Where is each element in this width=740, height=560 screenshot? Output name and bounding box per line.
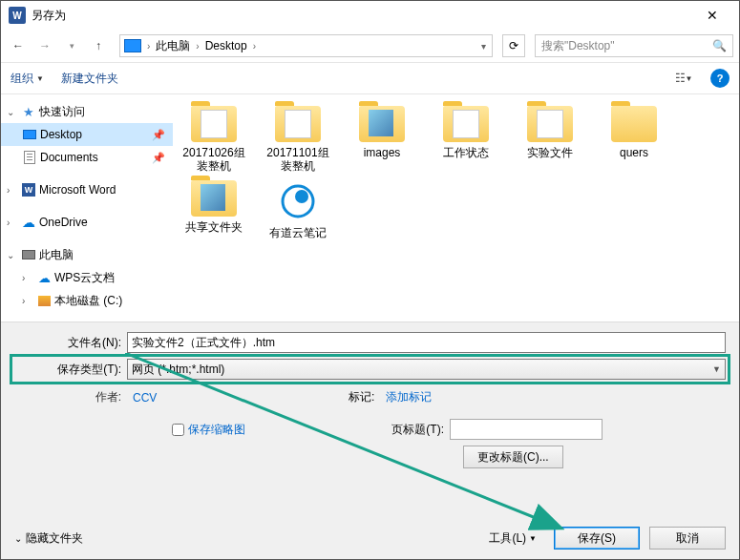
sidebar-item-local-disk[interactable]: › 本地磁盘 (C:) — [1, 289, 173, 312]
breadcrumb-root[interactable]: 此电脑 — [152, 38, 194, 54]
chevron-down-icon: ⌄ — [14, 533, 22, 544]
folder-icon — [275, 106, 321, 142]
tags-label: 标记: — [349, 389, 380, 405]
pc-icon — [124, 39, 141, 52]
file-label: 20171026组装整机 — [179, 146, 249, 173]
refresh-button[interactable]: ⟳ — [502, 34, 525, 57]
folder-icon — [359, 106, 405, 142]
dialog-title: 另存为 — [32, 8, 693, 24]
search-placeholder: 搜索"Desktop" — [541, 38, 615, 54]
filetype-value: 网页 (*.htm;*.html) — [132, 362, 224, 378]
folder-icon — [191, 180, 237, 217]
author-value[interactable]: CCV — [133, 391, 157, 404]
desktop-icon — [23, 130, 36, 139]
organize-menu[interactable]: 组织 ▼ — [11, 71, 44, 87]
app-icon — [277, 180, 319, 222]
file-label: 有道云笔记 — [269, 226, 327, 239]
breadcrumb-folder[interactable]: Desktop — [201, 39, 251, 52]
help-icon[interactable]: ? — [710, 69, 729, 88]
disk-icon — [38, 296, 51, 306]
page-title-input[interactable] — [450, 419, 603, 440]
pin-icon: 📌 — [152, 129, 165, 141]
save-button[interactable]: 保存(S) — [554, 527, 640, 550]
page-title-label: 页标题(T): — [387, 422, 444, 438]
cloud-icon: ☁ — [36, 271, 52, 284]
new-folder-button[interactable]: 新建文件夹 — [61, 71, 118, 87]
chevron-down-icon[interactable]: ▾ — [479, 41, 488, 52]
sidebar-item-quick-access[interactable]: ⌄ ★ 快速访问 — [1, 100, 173, 123]
close-icon[interactable]: ✕ — [693, 8, 731, 23]
sidebar-item-word[interactable]: › W Microsoft Word — [1, 178, 173, 201]
file-item[interactable]: 共享文件夹 — [179, 180, 249, 239]
save-thumbnail-checkbox[interactable] — [172, 424, 184, 436]
folder-icon — [611, 106, 657, 142]
pc-icon — [22, 250, 35, 259]
filename-label: 文件名(N): — [14, 335, 127, 351]
folder-icon — [191, 106, 237, 142]
folder-icon — [443, 106, 489, 142]
file-label: 共享文件夹 — [185, 220, 243, 234]
chevron-down-icon: ▼ — [529, 534, 537, 543]
cloud-icon: ☁ — [21, 216, 36, 229]
chevron-right-icon[interactable]: › — [7, 185, 18, 196]
svg-point-1 — [295, 190, 308, 203]
chevron-right-icon[interactable]: › — [7, 218, 18, 228]
back-button[interactable]: ← — [7, 34, 30, 57]
chevron-down-icon[interactable]: ⌄ — [7, 107, 18, 117]
forward-button: → — [33, 34, 56, 57]
file-label: 工作状态 — [443, 146, 489, 159]
chevron-right-icon[interactable]: › — [194, 41, 201, 52]
file-item[interactable]: 实验文件 — [515, 106, 585, 173]
word-icon: W — [22, 183, 35, 197]
folder-icon — [527, 106, 573, 142]
sidebar-item-this-pc[interactable]: ⌄ 此电脑 — [1, 243, 173, 266]
search-input[interactable]: 搜索"Desktop" 🔍 — [535, 34, 733, 57]
up-button[interactable]: ↑ — [87, 34, 110, 57]
chevron-down-icon: ▼ — [36, 74, 44, 83]
file-item[interactable]: 有道云笔记 — [263, 180, 333, 239]
filetype-combo[interactable]: 网页 (*.htm;*.html) ▼ — [127, 359, 726, 380]
sidebar-item-onedrive[interactable]: › ☁ OneDrive — [1, 211, 173, 234]
file-label: 20171101组装整机 — [263, 146, 333, 173]
sidebar-item-desktop[interactable]: Desktop 📌 — [1, 123, 173, 146]
chevron-right-icon[interactable]: › — [251, 41, 258, 52]
tags-value[interactable]: 添加标记 — [386, 389, 432, 405]
file-label: images — [364, 146, 401, 159]
word-app-icon: W — [9, 7, 26, 24]
sidebar-item-documents[interactable]: Documents 📌 — [1, 146, 173, 169]
save-thumbnail-label[interactable]: 保存缩略图 — [188, 422, 245, 438]
search-icon[interactable]: 🔍 — [712, 39, 727, 52]
file-item[interactable]: quers — [599, 106, 669, 173]
address-bar[interactable]: › 此电脑 › Desktop › ▾ — [119, 34, 493, 57]
change-title-button[interactable]: 更改标题(C)... — [463, 446, 563, 468]
document-icon — [24, 151, 35, 164]
file-grid: 20171026组装整机20171101组装整机images工作状态实验文件qu… — [173, 94, 739, 321]
pin-icon: 📌 — [152, 152, 165, 164]
chevron-right-icon[interactable]: › — [22, 296, 33, 306]
chevron-right-icon[interactable]: › — [145, 41, 152, 52]
filetype-label: 保存类型(T): — [14, 362, 127, 378]
chevron-down-icon: ▼ — [712, 364, 721, 374]
tools-menu[interactable]: 工具(L) ▼ — [489, 530, 537, 547]
chevron-right-icon[interactable]: › — [22, 273, 33, 283]
filename-input[interactable] — [127, 332, 726, 353]
author-label: 作者: — [14, 389, 127, 405]
file-label: 实验文件 — [527, 146, 573, 159]
file-item[interactable]: 工作状态 — [431, 106, 501, 173]
file-label: quers — [620, 146, 648, 159]
cancel-button[interactable]: 取消 — [649, 527, 726, 550]
view-options-button[interactable]: ☷ ▼ — [674, 70, 693, 87]
sidebar-item-wps[interactable]: › ☁ WPS云文档 — [1, 266, 173, 289]
chevron-down-icon[interactable]: ⌄ — [7, 250, 18, 260]
file-item[interactable]: images — [347, 106, 417, 173]
recent-dropdown-icon[interactable]: ▾ — [60, 34, 83, 57]
file-item[interactable]: 20171026组装整机 — [179, 106, 249, 173]
hide-folders-toggle[interactable]: ⌄ 隐藏文件夹 — [14, 530, 83, 547]
star-icon: ★ — [21, 105, 36, 118]
sidebar: ⌄ ★ 快速访问 Desktop 📌 Documents 📌 › W Micro… — [1, 94, 173, 321]
file-item[interactable]: 20171101组装整机 — [263, 106, 333, 173]
